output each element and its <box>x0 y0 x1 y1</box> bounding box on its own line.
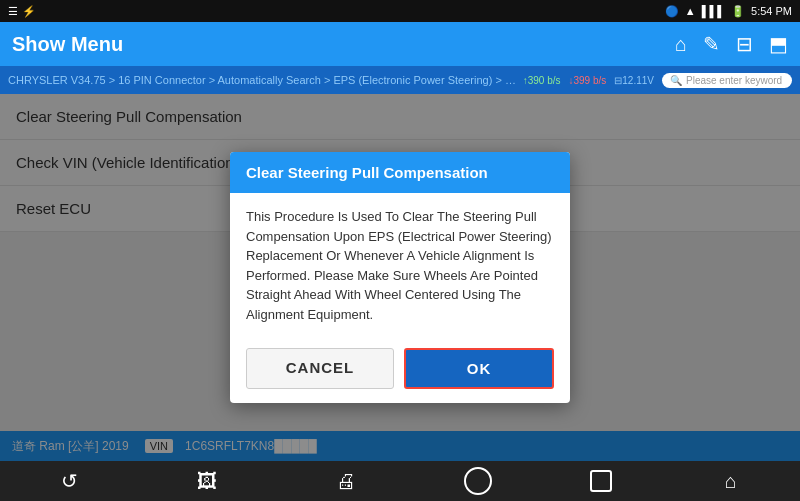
search-placeholder: Please enter keyword <box>686 75 782 86</box>
page-title: Show Menu <box>12 33 123 56</box>
bluetooth-icon: 🔵 <box>665 5 679 18</box>
square-nav-icon[interactable] <box>590 470 612 492</box>
android-icon: ⚡ <box>22 5 36 18</box>
upload-speed: ↑390 b/s <box>523 75 561 86</box>
voltage-display: ⊟12.11V <box>614 75 654 86</box>
dialog-footer: CANCEL OK <box>230 338 570 403</box>
dialog-header: Clear Steering Pull Compensation <box>230 152 570 193</box>
dialog-overlay: Clear Steering Pull Compensation This Pr… <box>0 94 800 461</box>
home-nav-icon[interactable]: ⌂ <box>711 461 751 501</box>
back-icon[interactable]: ↺ <box>49 461 89 501</box>
wifi-icon: ▲ <box>685 5 696 17</box>
time-display: 5:54 PM <box>751 5 792 17</box>
dialog: Clear Steering Pull Compensation This Pr… <box>230 152 570 403</box>
edit-icon[interactable]: ✎ <box>703 32 720 56</box>
status-bar-right: 🔵 ▲ ▌▌▌ 🔋 5:54 PM <box>665 5 792 18</box>
header-bar: Show Menu ⌂ ✎ ⊟ ⬒ <box>0 22 800 66</box>
breadcrumb: CHRYSLER V34.75 > 16 PIN Connector > Aut… <box>8 74 523 86</box>
ok-button[interactable]: OK <box>404 348 554 389</box>
battery-icon: 🔋 <box>731 5 745 18</box>
gallery-icon[interactable]: 🖼 <box>187 461 227 501</box>
signal-icon: ▌▌▌ <box>702 5 725 17</box>
dialog-body-text: This Procedure Is Used To Clear The Stee… <box>246 209 552 322</box>
header-icons: ⌂ ✎ ⊟ ⬒ <box>675 32 788 56</box>
status-bar: ☰ ⚡ 🔵 ▲ ▌▌▌ 🔋 5:54 PM <box>0 0 800 22</box>
breadcrumb-right: ↑390 b/s ↓399 b/s ⊟12.11V 🔍 Please enter… <box>523 73 792 88</box>
dialog-body: This Procedure Is Used To Clear The Stee… <box>230 193 570 338</box>
cancel-button[interactable]: CANCEL <box>246 348 394 389</box>
download-speed: ↓399 b/s <box>568 75 606 86</box>
dialog-title: Clear Steering Pull Compensation <box>246 164 488 181</box>
print-icon[interactable]: ⊟ <box>736 32 753 56</box>
status-bar-left: ☰ ⚡ <box>8 5 36 18</box>
search-icon: 🔍 <box>670 75 682 86</box>
breadcrumb-bar: CHRYSLER V34.75 > 16 PIN Connector > Aut… <box>0 66 800 94</box>
nav-bar: ↺ 🖼 🖨 ⌂ <box>0 461 800 501</box>
circle-nav-icon[interactable] <box>464 467 492 495</box>
printer-icon[interactable]: 🖨 <box>326 461 366 501</box>
home-icon[interactable]: ⌂ <box>675 33 687 56</box>
exit-icon[interactable]: ⬒ <box>769 32 788 56</box>
menu-icon: ☰ <box>8 5 18 18</box>
search-box[interactable]: 🔍 Please enter keyword <box>662 73 792 88</box>
main-content: Clear Steering Pull Compensation Check V… <box>0 94 800 461</box>
